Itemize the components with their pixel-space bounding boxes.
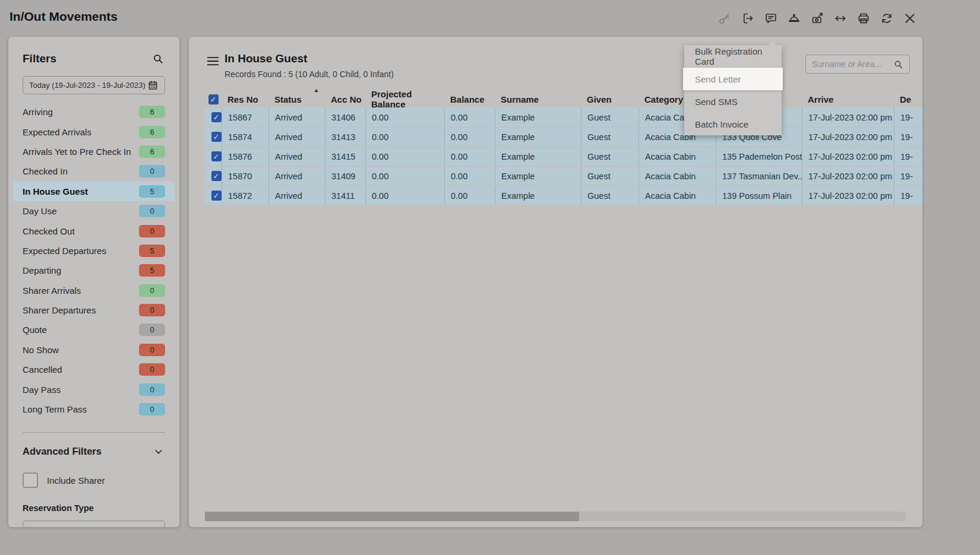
select-all-checkbox[interactable]: ✓ [208,94,219,104]
sidebar-item-arriving[interactable]: Arriving6 [13,102,175,122]
cell-arrive: 17-Jul-2023 02:00 pm [802,128,894,146]
count-badge: 0 [139,344,165,356]
advanced-filters-toggle[interactable]: Advanced Filters [23,446,164,457]
cell-acc-no: 31409 [325,167,365,185]
column-header-arrive[interactable]: Arrive [802,89,894,109]
include-sharer-checkbox[interactable] [23,472,38,488]
sidebar-item-expected-arrivals[interactable]: Expected Arrivals6 [13,122,175,141]
date-range-value: Today (19-Jul-2023 - 19-Jul-2023) [29,81,146,90]
cell-projected-balance: 0.00 [365,128,444,146]
column-header-depart[interactable]: De [894,89,922,109]
cash-register-icon[interactable] [810,11,824,26]
table-body: ✓15867Arrived314060.000.00ExampleGuestAc… [205,108,922,205]
cell-category: Acacia Cabin [638,147,716,166]
horizontal-scrollbar-thumb[interactable] [205,512,579,521]
sidebar-item-day-pass[interactable]: Day Pass0 [13,379,175,399]
res-no-link[interactable]: 15872 [222,186,268,205]
count-badge: 6 [139,106,165,118]
cell-arrive: 17-Jul-2023 02:00 pm [802,147,894,166]
res-no-link[interactable]: 15870 [222,167,268,185]
menu-item-send-letter[interactable]: Send Letter [683,68,783,90]
sidebar-item-arrivals-yet-to-pre-check-in[interactable]: Arrivals Yet to Pre Check In6 [13,142,175,161]
cell-area: 139 Possum Plain [716,186,802,205]
sidebar-item-sharer-arrivals[interactable]: Sharer Arrivals0 [13,281,175,300]
cell-given: Guest [581,108,638,126]
filters-title: Filters [23,52,56,65]
chevron-down-icon [153,446,164,457]
cell-status: Arrived [268,147,325,166]
service-bell-icon[interactable] [787,11,801,26]
menu-item-send-sms[interactable]: Send SMS [684,90,782,113]
row-checkbox-cell: ✓ [205,167,222,185]
close-icon[interactable] [903,11,917,26]
sidebar-item-no-show[interactable]: No Show0 [13,340,175,360]
row-checkbox[interactable]: ✓ [211,112,222,122]
column-header-res-no[interactable]: Res No [222,89,268,109]
sidebar-item-sharer-departures[interactable]: Sharer Departures0 [13,300,175,320]
sidebar-item-quote[interactable]: Quote0 [13,320,175,340]
filters-panel: Filters Today (19-Jul-2023 - 19-Jul-2023… [8,37,179,527]
menu-item-bulk-registration-card[interactable]: Bulk Registration Card [684,45,782,68]
row-checkbox[interactable]: ✓ [211,132,222,142]
table-row: ✓15872Arrived314110.000.00ExampleGuestAc… [205,186,922,205]
title-bar: In/Out Movements [0,0,980,37]
search-input[interactable] [812,59,893,69]
sign-out-icon[interactable] [741,11,755,26]
cell-balance: 0.00 [444,108,495,126]
include-sharer-label: Include Sharer [47,475,105,486]
row-checkbox[interactable]: ✓ [211,151,222,161]
column-header-balance[interactable]: Balance [444,89,495,109]
search-icon[interactable] [152,53,164,65]
key-icon[interactable] [717,11,732,26]
sidebar-item-long-term-pass[interactable]: Long Term Pass0 [13,399,175,419]
row-checkbox-cell: ✓ [205,108,222,126]
records-summary: Records Found : 5 (10 Adult, 0 Child, 0 … [225,69,394,79]
count-badge: 0 [139,363,165,376]
cell-arrive: 17-Jul-2023 02:00 pm [802,186,894,205]
row-checkbox[interactable]: ✓ [211,191,222,201]
reservation-type-select[interactable]: (All) [23,521,165,527]
menu-icon[interactable] [207,56,219,66]
filter-label: Arrivals Yet to Pre Check In [23,147,131,157]
cell-status: Arrived [268,167,325,185]
column-header-given[interactable]: Given [581,89,638,109]
menu-item-batch-invoice[interactable]: Batch Invoice [684,113,782,135]
cell-depart: 19- [894,167,922,185]
cell-acc-no: 31415 [325,147,365,166]
filter-label: Long Term Pass [23,404,87,414]
sidebar-item-checked-out[interactable]: Checked Out0 [13,221,175,240]
column-header-projected-balance[interactable]: Projected Balance [365,89,444,109]
sidebar-item-departing[interactable]: Departing5 [13,261,175,280]
refresh-icon[interactable] [880,11,894,26]
cell-acc-no: 31406 [325,108,365,126]
count-badge: 0 [139,205,165,217]
sidebar-item-in-house-guest[interactable]: In House Guest5 [13,182,175,201]
table-row: ✓15867Arrived314060.000.00ExampleGuestAc… [205,108,922,126]
cell-status: Arrived [268,108,325,126]
toolbar [717,11,917,26]
date-range-picker[interactable]: Today (19-Jul-2023 - 19-Jul-2023) [23,76,165,94]
sidebar-item-checked-in[interactable]: Checked In0 [13,161,175,181]
row-checkbox[interactable]: ✓ [211,171,222,181]
filter-label: Checked In [23,166,68,176]
column-header-surname[interactable]: Surname [495,89,581,109]
res-no-link[interactable]: 15876 [222,147,268,166]
sidebar-item-cancelled[interactable]: Cancelled0 [13,360,175,379]
column-header-acc-no[interactable]: Acc No [325,89,365,109]
search-icon[interactable] [893,59,903,69]
filter-list: Arriving6Expected Arrivals6Arrivals Yet … [8,102,179,419]
comment-icon[interactable] [764,11,778,26]
count-badge: 5 [139,245,165,257]
print-icon[interactable] [856,11,871,26]
res-no-link[interactable]: 15874 [222,128,268,146]
res-no-link[interactable]: 15867 [222,108,268,126]
filter-label: Expected Departures [23,246,106,256]
cell-balance: 0.00 [444,128,495,146]
cell-surname: Example [495,186,581,205]
column-header-status[interactable]: Status▲ [268,89,325,109]
sidebar-item-expected-departures[interactable]: Expected Departures5 [13,241,175,261]
cell-given: Guest [581,147,638,166]
sidebar-item-day-use[interactable]: Day Use0 [13,201,175,221]
sidebar-divider [23,432,165,433]
swap-horizontal-icon[interactable] [833,11,848,26]
